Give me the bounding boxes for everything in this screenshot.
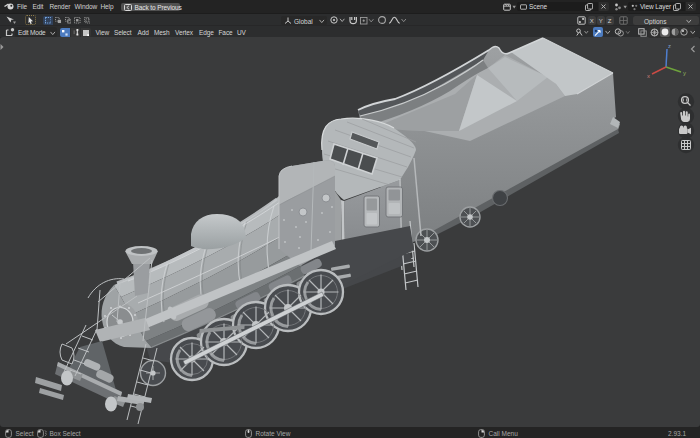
svg-text:x: x [647,73,650,79]
svg-text:z: z [668,43,671,49]
